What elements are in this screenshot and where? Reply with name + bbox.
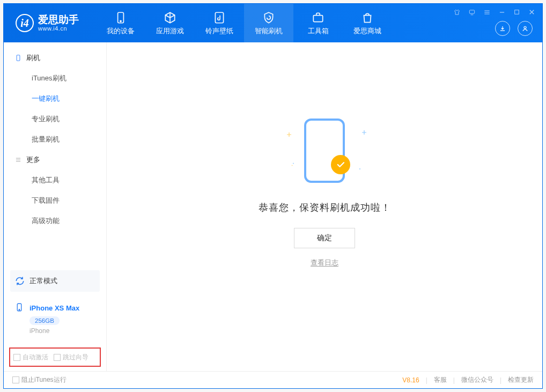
minimize-icon[interactable] bbox=[497, 8, 507, 19]
checkbox-icon bbox=[54, 354, 61, 361]
device-icon bbox=[14, 54, 22, 62]
checkbox-skip-guide[interactable]: 跳过向导 bbox=[54, 353, 88, 362]
tab-flash[interactable]: 智能刷机 bbox=[244, 4, 293, 42]
list-icon bbox=[14, 156, 22, 164]
footer: 阻止iTunes运行 V8.16 | 客服 | 微信公众号 | 检查更新 bbox=[4, 371, 542, 388]
header: i4 爱思助手 www.i4.cn 我的设备 应用游戏 铃声壁纸 智能刷机 bbox=[4, 4, 542, 42]
close-icon[interactable] bbox=[527, 7, 537, 19]
svg-rect-5 bbox=[515, 10, 519, 14]
shirt-icon[interactable] bbox=[452, 8, 462, 19]
tab-store[interactable]: 爱思商城 bbox=[343, 4, 392, 42]
device-mode[interactable]: 正常模式 bbox=[10, 270, 100, 292]
sidebar: 刷机 iTunes刷机 一键刷机 专业刷机 批量刷机 更多 其他工具 下载固件 … bbox=[4, 42, 107, 371]
nav-group-more: 更多 bbox=[4, 150, 106, 170]
ok-button[interactable]: 确定 bbox=[294, 228, 355, 248]
main-content: 恭喜您，保资料刷机成功啦！ 确定 查看日志 bbox=[107, 42, 542, 371]
feedback-icon[interactable] bbox=[467, 8, 477, 19]
music-file-icon bbox=[212, 11, 226, 25]
footer-update-link[interactable]: 检查更新 bbox=[508, 375, 534, 384]
maximize-icon[interactable] bbox=[512, 8, 521, 18]
app-subtitle: www.i4.cn bbox=[38, 25, 79, 32]
window-controls bbox=[452, 7, 537, 19]
nav-item-pro[interactable]: 专业刷机 bbox=[4, 109, 106, 129]
footer-support-link[interactable]: 客服 bbox=[434, 375, 447, 384]
logo-icon: i4 bbox=[16, 14, 34, 32]
nav-item-itunes[interactable]: iTunes刷机 bbox=[4, 68, 106, 88]
sparkle-icon bbox=[358, 167, 362, 171]
cube-icon bbox=[163, 11, 177, 25]
checkbox-block-itunes[interactable]: 阻止iTunes运行 bbox=[12, 375, 67, 384]
device-type: iPhone bbox=[29, 327, 95, 335]
device-name: iPhone XS Max bbox=[29, 304, 79, 312]
svg-point-1 bbox=[120, 20, 121, 21]
success-message: 恭喜您，保资料刷机成功啦！ bbox=[259, 201, 391, 214]
tab-ringtone[interactable]: 铃声壁纸 bbox=[195, 4, 244, 42]
options-highlight-box: 自动激活 跳过向导 bbox=[9, 347, 101, 367]
device-panel: 正常模式 iPhone XS Max 256GB iPhone bbox=[4, 270, 106, 338]
bag-icon bbox=[360, 11, 374, 25]
svg-point-11 bbox=[292, 165, 293, 166]
device-card[interactable]: iPhone XS Max 256GB iPhone bbox=[10, 297, 100, 338]
tab-toolbox[interactable]: 工具箱 bbox=[293, 4, 343, 42]
check-badge-icon bbox=[331, 155, 350, 174]
checkbox-icon bbox=[12, 376, 19, 383]
nav-item-firmware[interactable]: 下载固件 bbox=[4, 190, 106, 211]
nav-item-other-tools[interactable]: 其他工具 bbox=[4, 170, 106, 190]
sparkle-icon bbox=[291, 162, 296, 167]
body: 刷机 iTunes刷机 一键刷机 专业刷机 批量刷机 更多 其他工具 下载固件 … bbox=[4, 42, 542, 371]
sparkle-icon bbox=[362, 130, 366, 135]
app-window: i4 爱思助手 www.i4.cn 我的设备 应用游戏 铃声壁纸 智能刷机 bbox=[3, 3, 543, 389]
svg-rect-3 bbox=[313, 15, 322, 21]
app-title: 爱思助手 bbox=[38, 14, 79, 26]
nav-item-batch[interactable]: 批量刷机 bbox=[4, 129, 106, 150]
shield-refresh-icon bbox=[262, 11, 276, 25]
svg-point-12 bbox=[359, 168, 360, 169]
tab-my-device[interactable]: 我的设备 bbox=[96, 4, 145, 42]
phone-icon bbox=[114, 11, 128, 25]
capacity-badge: 256GB bbox=[29, 316, 60, 325]
success-illustration bbox=[282, 114, 367, 189]
main-tabs: 我的设备 应用游戏 铃声壁纸 智能刷机 工具箱 爱思商城 bbox=[96, 4, 392, 42]
header-actions bbox=[495, 21, 533, 36]
user-icon[interactable] bbox=[518, 21, 533, 36]
nav-group-flash: 刷机 bbox=[4, 48, 106, 68]
svg-rect-7 bbox=[17, 55, 20, 61]
checkbox-icon bbox=[13, 354, 20, 361]
nav: 刷机 iTunes刷机 一键刷机 专业刷机 批量刷机 更多 其他工具 下载固件 … bbox=[4, 42, 106, 270]
svg-point-9 bbox=[19, 309, 20, 310]
svg-point-6 bbox=[524, 26, 526, 28]
version-label: V8.16 bbox=[402, 376, 419, 384]
svg-point-10 bbox=[293, 162, 294, 164]
footer-wechat-link[interactable]: 微信公众号 bbox=[461, 375, 493, 384]
briefcase-icon bbox=[311, 11, 325, 25]
tab-apps[interactable]: 应用游戏 bbox=[145, 4, 195, 42]
svg-rect-2 bbox=[215, 12, 223, 23]
view-log-link[interactable]: 查看日志 bbox=[311, 258, 338, 268]
svg-rect-4 bbox=[469, 10, 474, 13]
phone-small-icon bbox=[14, 302, 25, 313]
download-icon[interactable] bbox=[495, 21, 510, 36]
checkbox-auto-activate[interactable]: 自动激活 bbox=[13, 353, 48, 362]
sparkle-icon bbox=[287, 132, 291, 137]
nav-item-oneclick[interactable]: 一键刷机 bbox=[4, 88, 106, 109]
nav-item-advanced[interactable]: 高级功能 bbox=[4, 211, 106, 231]
logo: i4 爱思助手 www.i4.cn bbox=[4, 14, 91, 32]
sync-icon bbox=[14, 276, 25, 286]
menu-icon[interactable] bbox=[482, 8, 492, 19]
